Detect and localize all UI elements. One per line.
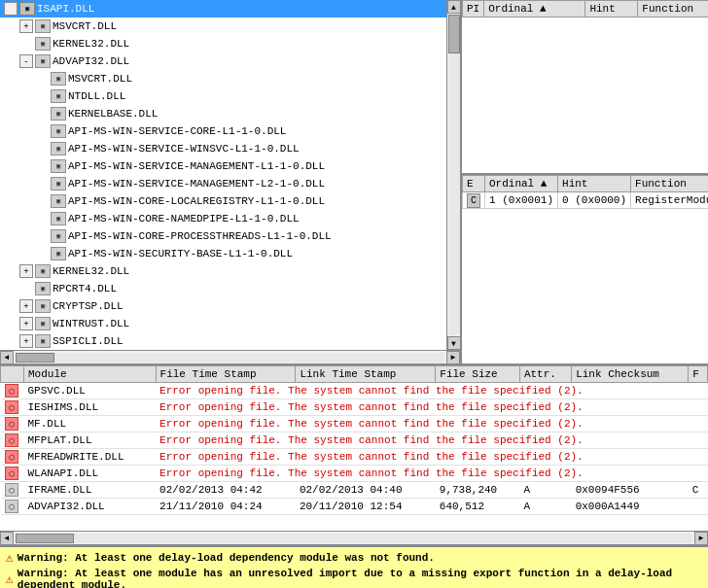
tree-expand-btn[interactable]: + <box>19 19 33 33</box>
tree-expand-btn[interactable]: + <box>19 299 33 313</box>
module-col-6[interactable]: Link Checksum <box>572 366 689 383</box>
module-hscroll[interactable]: ◄ ► <box>0 531 708 544</box>
module-row[interactable]: ⬡ ADVAPI32.DLL 21/11/2010 04:24 20/11/20… <box>1 499 708 515</box>
warning-line: ⚠ Warning: At least one module has an un… <box>6 568 702 588</box>
tree-expand-btn[interactable]: - <box>19 54 33 68</box>
vscroll-track <box>448 15 460 335</box>
tree-indent-spacer <box>4 194 18 208</box>
pi-col-pi[interactable]: PI <box>463 1 484 17</box>
tree-item[interactable]: ▣API-MS-WIN-CORE-NAMEDPIPE-L1-1-0.DLL <box>0 210 446 227</box>
module-table-wrapper[interactable]: ModuleFile Time StampLink Time StampFile… <box>0 365 708 531</box>
tree-item[interactable]: ▣API-MS-WIN-CORE-LOCALREGISTRY-L1-1-0.DL… <box>0 192 446 210</box>
tree-item[interactable]: +▣SSPICLI.DLL <box>0 332 446 350</box>
hscroll-left-btn[interactable]: ◄ <box>0 351 14 364</box>
module-error-cell: Error opening file. The system cannot fi… <box>156 399 707 416</box>
dll-icon: ▣ <box>35 317 51 330</box>
module-name-cell: GPSVC.DLL <box>24 383 157 399</box>
vscroll-down-btn[interactable]: ▼ <box>447 336 461 350</box>
warning-icon: ⚠ <box>6 571 14 587</box>
tree-item-label: RPCRT4.DLL <box>53 283 117 294</box>
tree-item[interactable]: +▣KERNEL32.DLL <box>0 262 446 280</box>
module-row[interactable]: ⬡ MF.DLL Error opening file. The system … <box>1 416 708 432</box>
tree-item[interactable]: ▣API-MS-WIN-SECURITY-BASE-L1-1-0.DLL <box>0 245 446 262</box>
module-error-cell: Error opening file. The system cannot fi… <box>156 466 707 482</box>
tree-indent-spacer <box>4 299 18 313</box>
tree-item[interactable]: -▣ISAPI.DLL <box>0 0 446 17</box>
dll-icon: ▣ <box>35 334 51 348</box>
module-row[interactable]: ⬡ GPSVC.DLL Error opening file. The syst… <box>1 383 708 399</box>
tree-item-label: API-MS-WIN-SERVICE-CORE-L1-1-0.DLL <box>68 125 286 137</box>
hscroll-right-btn[interactable]: ► <box>446 351 460 364</box>
module-row[interactable]: ⬡ MFREADWRITE.DLL Error opening file. Th… <box>1 449 708 466</box>
tree-expand-btn[interactable]: + <box>19 334 33 348</box>
dll-icon: ▣ <box>51 89 66 103</box>
tree-indent-spacer <box>4 159 18 173</box>
module-col-4[interactable]: File Size <box>436 366 520 383</box>
export-row[interactable]: C 1 (0x0001) 0 (0x0000) RegisterModule <box>463 192 709 209</box>
tree-item[interactable]: -▣ADVAPI32.DLL <box>0 52 446 70</box>
tree-indent-spacer <box>19 107 33 121</box>
tree-indent-spacer <box>19 194 33 208</box>
dll-icon: ▣ <box>51 194 66 208</box>
module-icon: ⬡ <box>5 384 18 398</box>
pi-table: PI Ordinal ▲ Hint Function <box>462 0 708 17</box>
tree-item[interactable]: ▣RPCRT4.DLL <box>0 280 446 297</box>
vscroll-up-btn[interactable]: ▲ <box>447 0 461 14</box>
tree-indent-spacer <box>19 247 33 260</box>
module-hscroll-right[interactable]: ► <box>694 532 708 545</box>
dll-icon: ▣ <box>51 124 66 138</box>
tree-item[interactable]: ▣API-MS-WIN-SERVICE-WINSVC-L1-1-0.DLL <box>0 140 446 157</box>
tree-indent-spacer <box>4 72 18 86</box>
module-hscroll-thumb[interactable] <box>16 534 74 543</box>
module-col-5[interactable]: Attr. <box>519 366 571 383</box>
tree-item[interactable]: ▣NTDLL.DLL <box>0 87 446 105</box>
exp-col-function[interactable]: Function <box>631 176 708 192</box>
tree-hscroll[interactable]: ◄ ► <box>0 350 460 363</box>
module-col-2[interactable]: File Time Stamp <box>156 366 296 383</box>
exp-col-e[interactable]: E <box>463 176 485 192</box>
tree-item[interactable]: +▣MSVCRT.DLL <box>0 17 446 35</box>
module-row[interactable]: ⬡ IFRAME.DLL 02/02/2013 04:42 02/02/2013… <box>1 482 708 499</box>
tree-expand-btn[interactable]: - <box>4 2 18 16</box>
tree-item[interactable]: ▣KERNELBASE.DLL <box>0 105 446 122</box>
module-col-0[interactable] <box>1 366 24 383</box>
tree-item[interactable]: ▣API-MS-WIN-CORE-PROCESSTHREADS-L1-1-0.D… <box>0 227 446 245</box>
module-col-3[interactable]: Link Time Stamp <box>296 366 436 383</box>
module-row[interactable]: ⬡ IESHIMS.DLL Error opening file. The sy… <box>1 399 708 416</box>
module-col-1[interactable]: Module <box>24 366 157 383</box>
tree-item[interactable]: +▣CRYPTSP.DLL <box>0 297 446 315</box>
pi-col-ordinal[interactable]: Ordinal ▲ <box>484 1 585 17</box>
tree-no-expand <box>19 282 33 295</box>
tree-scroll[interactable]: -▣ISAPI.DLL+▣MSVCRT.DLL▣KERNEL32.DLL-▣AD… <box>0 0 446 350</box>
tree-vscroll[interactable]: ▲ ▼ <box>446 0 460 350</box>
dll-icon: ▣ <box>35 19 51 33</box>
tree-expand-btn[interactable]: + <box>19 317 33 330</box>
module-name-cell: MF.DLL <box>24 416 157 432</box>
tree-item-label: KERNELBASE.DLL <box>68 108 158 120</box>
tree-item[interactable]: ▣API-MS-WIN-SERVICE-CORE-L1-1-0.DLL <box>0 122 446 140</box>
warning-text: Warning: At least one module has an unre… <box>18 568 702 588</box>
tree-item-label: API-MS-WIN-SERVICE-MANAGEMENT-L2-1-0.DLL <box>68 178 325 190</box>
tree-item[interactable]: ▣KERNEL32.DLL <box>0 35 446 52</box>
tree-item[interactable]: +▣WINTRUST.DLL <box>0 315 446 332</box>
exp-col-ordinal[interactable]: Ordinal ▲ <box>485 176 558 192</box>
tree-item[interactable]: ▣API-MS-WIN-SERVICE-MANAGEMENT-L1-1-0.DL… <box>0 157 446 175</box>
exp-c-badge: C <box>467 193 480 208</box>
module-name-cell: MFREADWRITE.DLL <box>24 449 157 466</box>
tree-item-label: API-MS-WIN-CORE-LOCALREGISTRY-L1-1-0.DLL <box>68 195 325 207</box>
module-row[interactable]: ⬡ WLANAPI.DLL Error opening file. The sy… <box>1 466 708 482</box>
tree-item-label: API-MS-WIN-SERVICE-WINSVC-L1-1-0.DLL <box>68 143 300 155</box>
module-row[interactable]: ⬡ MFPLAT.DLL Error opening file. The sys… <box>1 432 708 449</box>
module-col-7[interactable]: F <box>689 366 708 383</box>
tree-item[interactable]: ▣API-MS-WIN-SERVICE-MANAGEMENT-L2-1-0.DL… <box>0 175 446 192</box>
tree-no-expand <box>35 124 49 138</box>
pi-col-hint[interactable]: Hint <box>585 1 638 17</box>
tree-item[interactable]: ▣MSVCRT.DLL <box>0 70 446 87</box>
hscroll-thumb[interactable] <box>16 353 54 363</box>
exp-col-hint[interactable]: Hint <box>558 176 631 192</box>
tree-expand-btn[interactable]: + <box>19 264 33 278</box>
module-hscroll-left[interactable]: ◄ <box>0 532 14 545</box>
vscroll-thumb[interactable] <box>448 15 460 53</box>
pi-col-function[interactable]: Function <box>638 1 708 17</box>
tree-panel: -▣ISAPI.DLL+▣MSVCRT.DLL▣KERNEL32.DLL-▣AD… <box>0 0 462 363</box>
